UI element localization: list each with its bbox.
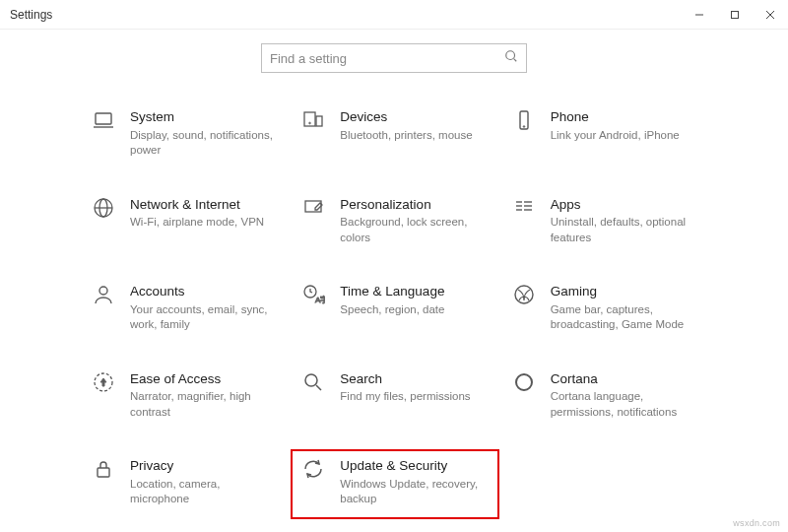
category-title: Time & Language	[340, 283, 489, 300]
lock-icon	[89, 457, 118, 487]
category-text: SearchFind my files, permissions	[340, 370, 489, 405]
category-desc: Game bar, captures, broadcasting, Game M…	[551, 302, 698, 333]
watermark: wsxdn.com	[733, 518, 780, 528]
window-title: Settings	[10, 8, 52, 22]
category-desc: Display, sound, notifications, power	[130, 128, 278, 159]
category-desc: Speech, region, date	[340, 302, 488, 318]
category-text: CortanaCortana language, permissions, no…	[551, 370, 699, 421]
window-controls	[682, 0, 788, 30]
xbox-icon	[509, 283, 539, 312]
search-container	[0, 43, 788, 73]
category-title: Privacy	[130, 457, 279, 475]
category-phone[interactable]: PhoneLink your Android, iPhone	[509, 108, 699, 159]
category-apps[interactable]: AppsUninstall, defaults, optional featur…	[509, 196, 699, 246]
category-privacy[interactable]: PrivacyLocation, camera, microphone	[89, 457, 279, 507]
category-gaming[interactable]: GamingGame bar, captures, broadcasting, …	[509, 283, 699, 333]
category-text: AppsUninstall, defaults, optional featur…	[551, 196, 699, 246]
category-title: Devices	[340, 108, 489, 126]
svg-line-5	[514, 59, 517, 62]
category-text: DevicesBluetooth, printers, mouse	[340, 108, 489, 143]
svg-rect-1	[732, 12, 739, 19]
category-desc: Narrator, magnifier, high contrast	[130, 389, 278, 420]
category-title: Search	[340, 370, 489, 388]
category-desc: Your accounts, email, sync, work, family	[130, 302, 278, 333]
category-title: Update & Security	[340, 457, 489, 475]
category-title: System	[130, 108, 279, 126]
category-text: Network & InternetWi-Fi, airplane mode, …	[130, 196, 279, 231]
apps-icon	[509, 196, 539, 226]
category-text: AccountsYour accounts, email, sync, work…	[130, 283, 279, 333]
category-title: Network & Internet	[130, 196, 279, 214]
magnify-icon	[298, 370, 328, 400]
search-icon	[504, 49, 518, 67]
category-desc: Link your Android, iPhone	[551, 128, 698, 144]
laptop-icon	[89, 108, 118, 138]
category-desc: Uninstall, defaults, optional features	[551, 215, 698, 245]
minimize-button[interactable]	[682, 0, 717, 30]
phone-icon	[509, 108, 539, 138]
category-devices[interactable]: DevicesBluetooth, printers, mouse	[298, 108, 489, 159]
settings-content[interactable]: SystemDisplay, sound, notifications, pow…	[0, 108, 788, 532]
category-update[interactable]: Update & SecurityWindows Update, recover…	[291, 449, 498, 519]
category-title: Ease of Access	[130, 370, 279, 388]
person-icon	[89, 283, 118, 312]
settings-grid: SystemDisplay, sound, notifications, pow…	[89, 108, 699, 507]
search-box[interactable]	[261, 43, 527, 73]
category-text: SystemDisplay, sound, notifications, pow…	[130, 108, 279, 159]
category-time[interactable]: Time & LanguageSpeech, region, date	[298, 283, 489, 333]
devices-icon	[298, 108, 328, 138]
category-title: Personalization	[340, 196, 489, 214]
close-button[interactable]	[753, 0, 788, 30]
category-desc: Windows Update, recovery, backup	[340, 477, 488, 507]
category-title: Cortana	[551, 370, 699, 388]
category-text: PersonalizationBackground, lock screen, …	[340, 196, 489, 246]
category-desc: Background, lock screen, colors	[340, 215, 488, 245]
category-cortana[interactable]: CortanaCortana language, permissions, no…	[509, 370, 699, 421]
svg-point-4	[506, 51, 515, 60]
category-desc: Location, camera, microphone	[130, 477, 278, 507]
category-desc: Find my files, permissions	[340, 389, 488, 405]
cortana-icon	[509, 370, 539, 400]
category-text: PrivacyLocation, camera, microphone	[130, 457, 279, 507]
pen-icon	[298, 196, 328, 226]
category-title: Gaming	[551, 283, 699, 300]
titlebar: Settings	[0, 0, 788, 30]
category-ease[interactable]: Ease of AccessNarrator, magnifier, high …	[89, 370, 279, 421]
search-input[interactable]	[270, 51, 467, 66]
category-system[interactable]: SystemDisplay, sound, notifications, pow…	[89, 108, 279, 159]
category-title: Phone	[551, 108, 699, 126]
category-accounts[interactable]: AccountsYour accounts, email, sync, work…	[89, 283, 279, 333]
update-icon	[298, 457, 328, 487]
category-desc: Wi-Fi, airplane mode, VPN	[130, 215, 278, 231]
time-lang-icon	[298, 283, 328, 312]
ease-icon	[89, 370, 118, 400]
maximize-button[interactable]	[717, 0, 753, 30]
category-desc: Bluetooth, printers, mouse	[340, 128, 488, 144]
category-network[interactable]: Network & InternetWi-Fi, airplane mode, …	[89, 196, 279, 246]
category-text: Time & LanguageSpeech, region, date	[340, 283, 489, 317]
category-title: Apps	[551, 196, 699, 214]
category-title: Accounts	[130, 283, 279, 300]
category-desc: Cortana language, permissions, notificat…	[551, 389, 698, 420]
category-text: Ease of AccessNarrator, magnifier, high …	[130, 370, 279, 421]
category-text: PhoneLink your Android, iPhone	[551, 108, 699, 143]
category-text: GamingGame bar, captures, broadcasting, …	[551, 283, 699, 333]
category-personalization[interactable]: PersonalizationBackground, lock screen, …	[298, 196, 489, 246]
globe-icon	[89, 196, 118, 226]
category-search[interactable]: SearchFind my files, permissions	[298, 370, 489, 421]
category-text: Update & SecurityWindows Update, recover…	[340, 457, 489, 507]
